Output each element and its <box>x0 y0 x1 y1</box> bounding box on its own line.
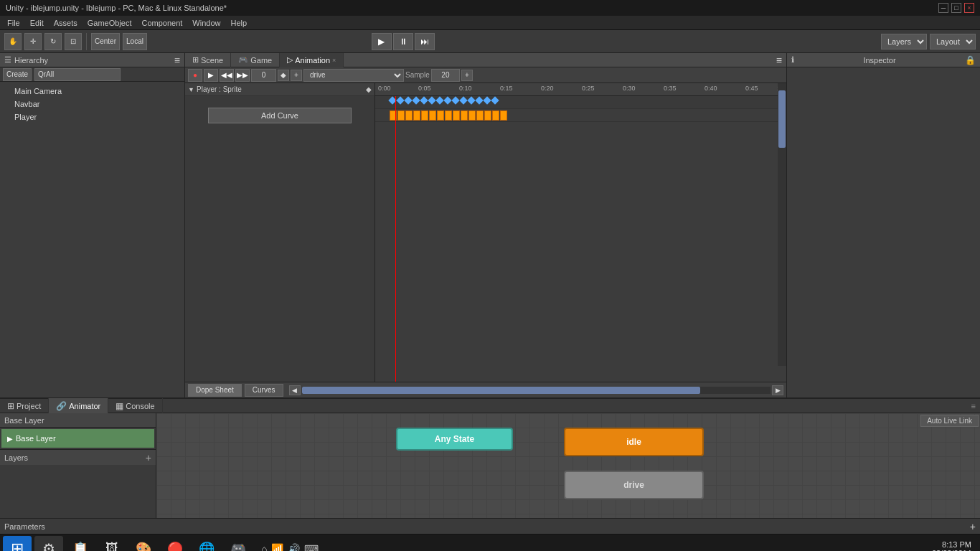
local-button[interactable]: Local <box>123 33 147 50</box>
keyframe-row-diamonds <box>375 96 786 109</box>
center-button[interactable]: Center <box>91 33 120 50</box>
layers-dropdown[interactable]: Layers <box>881 34 927 50</box>
tab-project[interactable]: ⊞ Project <box>0 398 49 414</box>
close-btn[interactable]: × <box>964 3 974 13</box>
tab-scene[interactable]: ⊞ Scene <box>185 53 231 67</box>
add-param-btn[interactable]: + <box>970 521 976 532</box>
bottom-panel-menu[interactable]: ≡ <box>967 402 980 410</box>
anim-panel-menu[interactable]: ≡ <box>772 55 786 66</box>
menu-file[interactable]: File <box>3 17 24 29</box>
anim-controls: ● ▶ ◀◀ ▶▶ ◆ + drive Sample + <box>185 67 786 83</box>
sample-input[interactable] <box>431 69 460 82</box>
anim-prev-btn[interactable]: ◀◀ <box>220 69 234 82</box>
toolbar: ✋ ✛ ↻ ⊡ Center Local ▶ ⏸ ⏭ Layers Layout <box>0 30 980 53</box>
taskbar-app-1[interactable]: ⚙ <box>34 536 63 552</box>
menu-help[interactable]: Help <box>226 17 251 29</box>
add-curve-btn[interactable]: Add Curve <box>208 108 352 123</box>
tool-rotate[interactable]: ↻ <box>44 33 62 50</box>
layout-dropdown[interactable]: Layout <box>930 34 976 50</box>
tool-hand[interactable]: ✋ <box>4 33 22 50</box>
play-button[interactable]: ▶ <box>372 33 392 50</box>
kf-8 <box>443 96 451 104</box>
hierarchy-item-camera[interactable]: Main Camera <box>3 85 182 98</box>
spr-2 <box>397 110 405 121</box>
tab-animator[interactable]: 🔗 Animator <box>49 398 108 414</box>
hierarchy-search[interactable] <box>34 68 121 81</box>
hscroll-right[interactable]: ▶ <box>772 385 783 395</box>
anim-tabs: ⊞ Scene 🎮 Game ▷ Animation × ≡ <box>185 53 786 67</box>
maximize-btn[interactable]: □ <box>951 3 961 13</box>
menu-window[interactable]: Window <box>188 17 225 29</box>
curves-btn[interactable]: Curves <box>245 384 283 397</box>
tab-animation-close[interactable]: × <box>332 57 336 64</box>
menu-assets[interactable]: Assets <box>50 17 82 29</box>
kf-13 <box>483 96 491 104</box>
minimize-btn[interactable]: ─ <box>938 3 948 13</box>
window-controls[interactable]: ─ □ × <box>938 3 974 13</box>
spr-3 <box>405 110 413 121</box>
menu-component[interactable]: Component <box>137 17 187 29</box>
track-name: Player : Sprite <box>197 85 242 93</box>
bottom-panels: ⊞ Project 🔗 Animator ▦ Console ≡ Base La… <box>0 397 980 534</box>
anim-add-btn[interactable]: + <box>461 70 473 81</box>
mark-040: 0:40 <box>705 85 717 92</box>
spr-5 <box>421 110 428 121</box>
diamond-btn[interactable]: ◆ <box>278 70 289 81</box>
taskbar-app-2[interactable]: 📋 <box>66 536 95 552</box>
taskbar-app-3[interactable]: 🖼 <box>98 536 126 552</box>
inspector-lock-btn[interactable]: 🔒 <box>965 55 976 65</box>
record-btn[interactable]: ● <box>188 69 202 82</box>
dope-sheet-btn[interactable]: Dope Sheet <box>188 384 242 397</box>
idle-state-node[interactable]: idle <box>564 428 704 456</box>
menu-gameobject[interactable]: GameObject <box>83 17 136 29</box>
anim-clip-select[interactable]: drive <box>303 69 404 82</box>
hierarchy-item-navbar[interactable]: Navbar <box>3 98 182 110</box>
track-menu-icon[interactable]: ◆ <box>366 85 372 93</box>
hierarchy-menu[interactable]: ≡ <box>174 55 180 66</box>
hscroll-left[interactable]: ◀ <box>289 385 301 395</box>
inspector-panel: ℹ Inspector 🔒 <box>786 53 980 397</box>
taskbar-app-7[interactable]: 🎮 <box>224 536 253 552</box>
taskbar-app-5[interactable]: 🔴 <box>161 536 189 552</box>
taskbar-app-4[interactable]: 🎨 <box>129 536 158 552</box>
tab-animation[interactable]: ▷ Animation × <box>280 53 344 67</box>
auto-live-link-btn[interactable]: Auto Live Link <box>920 415 979 427</box>
start-btn[interactable]: ⊞ <box>3 536 32 552</box>
hierarchy-create-btn[interactable]: Create <box>3 68 32 81</box>
hierarchy-icon: ☰ <box>4 55 11 65</box>
tool-move[interactable]: ✛ <box>24 33 42 50</box>
play-controls: ▶ ⏸ ⏭ <box>372 33 435 50</box>
parameters-bar: Parameters + <box>0 518 980 534</box>
hscroll-track[interactable] <box>302 387 771 394</box>
tool-scale[interactable]: ⊡ <box>65 33 82 50</box>
hierarchy-item-label: Main Camera <box>14 87 62 95</box>
tab-game-label: Game <box>250 56 272 65</box>
anim-time-input[interactable] <box>251 69 276 82</box>
keyframe-row-sprites <box>375 109 786 122</box>
hierarchy-item-player[interactable]: Player <box>3 110 182 123</box>
add-layer-btn[interactable]: + <box>146 452 151 463</box>
idle-state-label: idle <box>626 437 641 447</box>
add-keyframe-btn[interactable]: + <box>291 70 302 81</box>
clock-date: 03/02/2014 <box>932 549 971 552</box>
kf-6 <box>428 96 435 104</box>
timeline-hscroll[interactable]: ◀ ▶ <box>289 385 783 395</box>
anim-play-btn[interactable]: ▶ <box>204 69 218 82</box>
base-layer-item[interactable]: ▶ Base Layer <box>1 429 154 448</box>
timeline-vscroll[interactable] <box>778 83 786 366</box>
expand-icon[interactable]: ▼ <box>188 86 195 93</box>
pause-button[interactable]: ⏸ <box>393 33 413 50</box>
base-layer-item-label: Base Layer <box>16 434 56 443</box>
any-state-node[interactable]: Any State <box>396 428 513 451</box>
tab-animator-label: Animator <box>69 402 100 410</box>
step-button[interactable]: ⏭ <box>415 33 435 50</box>
drive-state-node[interactable]: drive <box>564 471 704 499</box>
menu-edit[interactable]: Edit <box>26 17 48 29</box>
base-layer-header: Base Layer <box>0 413 156 428</box>
spr-15 <box>500 110 507 121</box>
kf-11 <box>467 96 475 104</box>
anim-next-btn[interactable]: ▶▶ <box>235 69 250 82</box>
tab-console[interactable]: ▦ Console <box>108 398 162 414</box>
taskbar-app-6[interactable]: 🌐 <box>192 536 221 552</box>
tab-game[interactable]: 🎮 Game <box>231 53 280 67</box>
